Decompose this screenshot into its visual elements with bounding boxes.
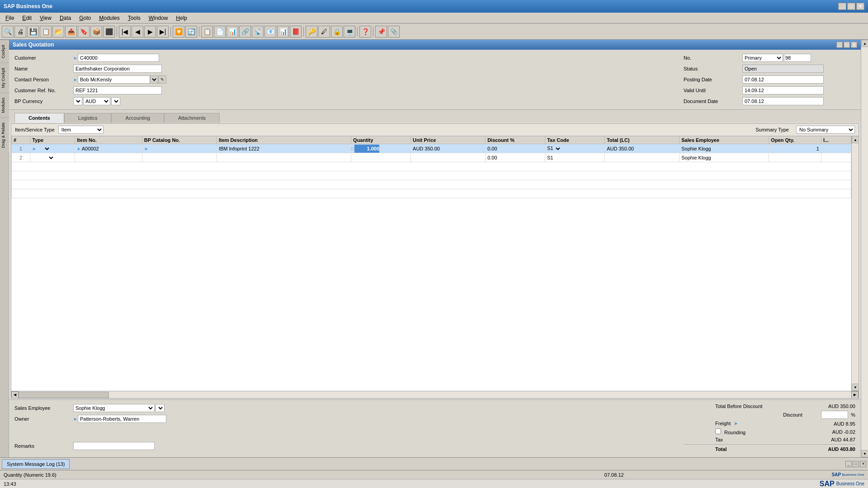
tab-attachments[interactable]: Attachments [164,113,220,123]
bp-currency-dropdown[interactable] [73,97,82,105]
cell-bp-catalog-2[interactable] [142,153,217,162]
main-scroll-up-btn[interactable]: ▲ [861,40,868,47]
toolbar-pdf[interactable]: 📕 [290,26,302,38]
item-service-type-select[interactable]: Item [58,126,104,134]
toolbar-lock[interactable]: 🔒 [331,26,343,38]
cell-type-2[interactable] [30,153,75,162]
toolbar-paste[interactable]: 📋 [40,26,52,38]
document-date-input[interactable] [742,97,824,105]
close-btn[interactable]: ✕ [856,3,864,10]
scrollbar-thumb[interactable] [19,392,109,398]
table-row[interactable]: 1 ➤ ➤ A00002 [12,144,851,153]
tab-logistics[interactable]: Logistics [64,113,112,123]
cell-item-no-1[interactable]: ➤ A00002 [75,144,142,153]
menu-edit[interactable]: Edit [19,14,35,22]
bp-currency-dropdown2[interactable] [111,97,120,105]
customer-ref-input[interactable] [73,86,162,94]
toolbar-analytics[interactable]: 📊 [226,26,238,38]
no-value-input[interactable] [784,54,811,62]
toolbar-link1[interactable]: 🔗 [239,26,251,38]
toolbar-bookmark[interactable]: 🔖 [78,26,90,38]
cell-discount-1[interactable]: 0.00 [486,144,545,153]
grid-scroll-track[interactable] [852,143,859,384]
menu-goto[interactable]: Goto [75,14,94,22]
toolbar-xls[interactable]: 📊 [277,26,289,38]
toolbar-tray[interactable]: ⬛ [103,26,115,38]
sidebar-tab-cockpit[interactable]: Cockpit [0,40,9,63]
bp-currency-select[interactable]: AUD [83,97,110,105]
cell-unit-price-2[interactable] [411,153,486,162]
type-dropdown-2[interactable] [32,155,55,161]
msg-log-tab[interactable]: System Message Log (13) [2,459,70,469]
rounding-checkbox[interactable] [715,428,721,434]
cell-quantity-2[interactable] [351,153,411,162]
tab-accounting[interactable]: Accounting [111,113,164,123]
grid-scroll-up-btn[interactable]: ▲ [852,136,859,143]
cell-bp-catalog-1[interactable]: ➤ [142,144,217,153]
toolbar-key[interactable]: 🔑 [306,26,317,38]
toolbar-computer[interactable]: 💻 [344,26,355,38]
toolbar-pin[interactable]: 📌 [375,26,387,38]
cell-item-no-2[interactable] [75,153,142,162]
toolbar-edit2[interactable]: 🖊 [318,26,330,38]
discount-input[interactable] [821,411,848,419]
remarks-input[interactable] [73,442,155,450]
quantity-input-1[interactable] [354,145,379,153]
toolbar-export[interactable]: 📤 [65,26,77,38]
scroll-left-btn[interactable]: ◀ [11,391,19,399]
sidebar-tab-drag-relate[interactable]: Drag & Relate [0,117,9,153]
type-dropdown-1[interactable] [37,145,51,152]
toolbar-first[interactable]: |◀ [119,26,131,38]
posting-date-input[interactable] [742,75,824,84]
toolbar-next[interactable]: ▶ [144,26,156,38]
scroll-right-btn[interactable]: ▶ [851,391,859,399]
menu-file[interactable]: File [2,14,18,22]
menu-window[interactable]: Window [145,14,172,22]
toolbar-document[interactable]: 📋 [201,26,213,38]
grid-right-scrollbar[interactable]: ▲ ▼ [851,136,859,391]
main-scroll-track[interactable] [861,47,868,450]
cell-tax-code-1[interactable]: S1 [545,144,605,153]
msg-log-minimize-btn[interactable]: _ [845,461,852,467]
table-row[interactable]: 2 0.00 S1 [12,153,851,162]
toolbar-filter[interactable]: 🔽 [173,26,184,38]
owner-input[interactable] [78,415,166,423]
toolbar-package[interactable]: 📦 [90,26,102,38]
cell-quantity-1[interactable]: □ [351,144,411,153]
name-input[interactable] [73,65,162,73]
doc-minimize-btn[interactable]: _ [836,42,843,48]
msg-log-maximize-btn[interactable]: □ [853,461,859,467]
menu-data[interactable]: Data [56,14,75,22]
no-type-select[interactable]: Primary [742,54,783,62]
toolbar-link2[interactable]: 📡 [252,26,264,38]
toolbar-copy-doc[interactable]: 📄 [214,26,226,38]
cell-discount-2[interactable]: 0.00 [486,153,545,162]
msg-log-close-btn[interactable]: ✕ [860,461,866,467]
toolbar-save-file[interactable]: 💾 [27,26,39,38]
toolbar-open[interactable]: 📂 [52,26,64,38]
sidebar-tab-my-cockpit[interactable]: My Cockpit [0,63,9,93]
doc-maximize-btn[interactable]: □ [844,42,850,48]
toolbar-refresh[interactable]: 🔄 [185,26,197,38]
toolbar-print[interactable]: 🖨 [14,26,26,38]
toolbar-mail[interactable]: 📧 [264,26,276,38]
horizontal-scrollbar[interactable]: ◀ ▶ [11,391,859,398]
toolbar-find[interactable]: 🔍 [2,26,14,38]
contact-person-dropdown[interactable] [150,75,158,84]
menu-help[interactable]: Help [172,14,191,22]
menu-view[interactable]: View [36,14,55,22]
minimize-btn[interactable]: _ [838,3,846,10]
grid-scroll-down-btn[interactable]: ▼ [852,384,859,391]
customer-input[interactable] [78,54,159,62]
cell-type-1[interactable]: ➤ [30,144,75,153]
cell-tax-code-2[interactable]: S1 [545,153,605,162]
sales-employee-dropdown[interactable] [156,404,165,412]
menu-modules[interactable]: Modules [95,14,123,22]
menu-tools[interactable]: Tools [124,14,144,22]
main-right-scrollbar[interactable]: ▲ ▼ [861,40,868,457]
grid-container[interactable]: # Type Item No. BP Catalog No. Item Desc… [11,136,851,391]
tax-code-dropdown-1[interactable] [555,146,561,151]
cell-unit-price-1[interactable]: AUD 350.00 [411,144,486,153]
sidebar-tab-modules[interactable]: Modules [0,93,9,117]
valid-until-input[interactable] [742,86,824,94]
